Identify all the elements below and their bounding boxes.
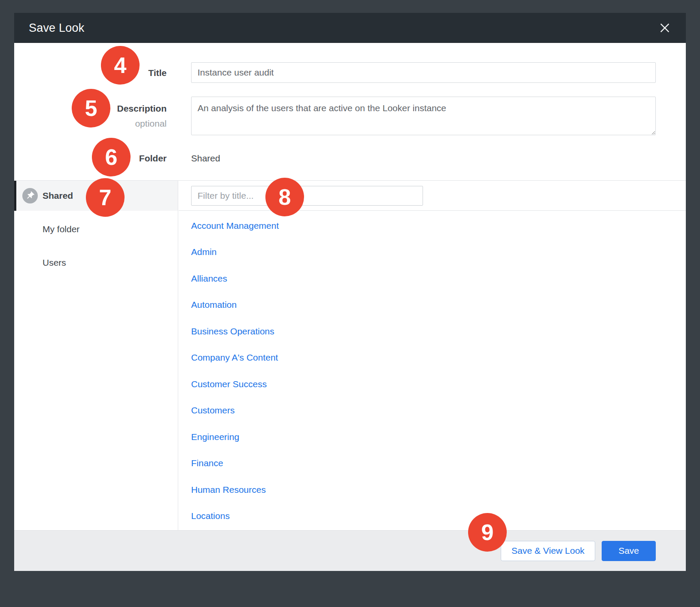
pin-icon bbox=[22, 188, 38, 203]
dialog-header: Save Look bbox=[14, 13, 686, 43]
save-and-view-look-button[interactable]: Save & View Look bbox=[501, 541, 595, 561]
save-look-dialog: Save Look Title Description optional An … bbox=[14, 13, 686, 571]
annotation-badge-6: 6 bbox=[92, 138, 131, 176]
folder-sidebar: SharedMy folderUsers bbox=[14, 181, 178, 530]
description-input[interactable]: An analysis of the users that are active… bbox=[191, 97, 656, 135]
sidebar-item-my-folder[interactable]: My folder bbox=[14, 214, 178, 244]
annotation-badge-5: 5 bbox=[72, 89, 110, 127]
folder-list: Account ManagementAdminAlliancesAutomati… bbox=[179, 211, 686, 529]
filter-input[interactable] bbox=[191, 186, 423, 206]
annotation-badge-9: 9 bbox=[468, 513, 507, 552]
dialog-title: Save Look bbox=[29, 21, 84, 35]
folder-browser-main: Account ManagementAdminAlliancesAutomati… bbox=[179, 181, 686, 530]
folder-link-customers[interactable]: Customers bbox=[191, 398, 686, 424]
folder-link-account-management[interactable]: Account Management bbox=[191, 212, 686, 239]
folder-link-automation[interactable]: Automation bbox=[191, 292, 686, 319]
folder-link-locations[interactable]: Locations bbox=[191, 503, 686, 530]
close-icon[interactable] bbox=[658, 21, 671, 34]
title-label: Title bbox=[14, 68, 167, 78]
annotation-badge-4: 4 bbox=[101, 46, 140, 85]
annotation-badge-7: 7 bbox=[86, 178, 125, 217]
folder-value: Shared bbox=[191, 153, 220, 164]
sidebar-item-users[interactable]: Users bbox=[14, 248, 178, 278]
annotation-badge-8: 8 bbox=[265, 178, 304, 216]
sidebar-item-label: Users bbox=[43, 258, 66, 268]
folder-browser: SharedMy folderUsers Account ManagementA… bbox=[14, 180, 686, 530]
folder-link-business-operations[interactable]: Business Operations bbox=[191, 318, 686, 345]
folder-link-human-resources[interactable]: Human Resources bbox=[191, 476, 686, 503]
dialog-footer: Save & View Look Save bbox=[14, 530, 686, 571]
folder-link-admin[interactable]: Admin bbox=[191, 239, 686, 266]
title-input[interactable] bbox=[191, 62, 656, 83]
filter-strip bbox=[179, 181, 686, 211]
sidebar-item-label: Shared bbox=[43, 191, 73, 201]
sidebar-item-label: My folder bbox=[43, 224, 79, 234]
folder-link-engineering[interactable]: Engineering bbox=[191, 424, 686, 450]
folder-link-company-a-s-content[interactable]: Company A's Content bbox=[191, 345, 686, 371]
folder-link-finance[interactable]: Finance bbox=[191, 450, 686, 477]
folder-link-alliances[interactable]: Alliances bbox=[191, 265, 686, 292]
save-button[interactable]: Save bbox=[602, 541, 656, 561]
overlay-background: Save Look Title Description optional An … bbox=[0, 0, 700, 607]
folder-link-customer-success[interactable]: Customer Success bbox=[191, 371, 686, 398]
folder-label: Folder bbox=[14, 153, 167, 164]
